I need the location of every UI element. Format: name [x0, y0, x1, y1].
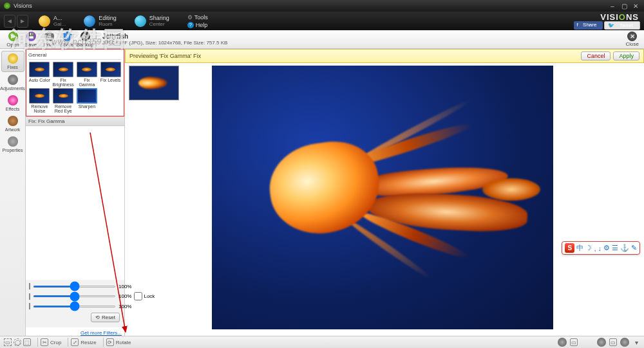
window-close-button[interactable]: ✕ — [631, 2, 640, 10]
svg-line-0 — [90, 133, 126, 332]
file-info: Jellyfish JPEG/JIFF (JPG), Size: 1024x76… — [102, 33, 227, 46]
nav-back-button[interactable]: ◄ — [4, 15, 15, 28]
filters-section-title: General — [28, 51, 122, 60]
slider-panel-title: Fix: Fix Gamma — [26, 116, 124, 126]
filters-highlight-box: General Auto Color Fix Brightness Fix Ga… — [26, 49, 124, 116]
nav-forward-button[interactable]: ► — [17, 15, 28, 28]
ime-glyph-1[interactable]: ☽ — [585, 244, 592, 252]
filter-remove-red-eye[interactable]: Remove Red Eye — [52, 88, 75, 113]
zoom-actual-button[interactable]: ▭ — [570, 338, 578, 346]
sidebar-item-artwork[interactable]: Artwork — [1, 114, 24, 134]
save-button[interactable]: 💾Save — [22, 32, 40, 48]
file-name: Jellyfish — [102, 33, 128, 40]
filter-fix-gamma[interactable]: Fix Gamma — [76, 62, 99, 87]
ime-glyph-2[interactable]: , — [594, 244, 596, 252]
crop-tool[interactable]: ✂Crop — [41, 338, 61, 346]
ime-logo-icon: S — [565, 243, 574, 253]
file-meta: JPEG/JIFF (JPG), Size: 1024x768, File Si… — [102, 40, 227, 46]
sharing-icon — [135, 15, 146, 27]
thumbnail-preview[interactable] — [129, 66, 179, 100]
app-icon — [4, 3, 10, 9]
ime-toolbar[interactable]: S 中 ☽ , ↓ ⚙ ☰ ⚓ ✎ — [562, 241, 640, 255]
effects-icon — [8, 95, 18, 105]
toolbar-divider — [96, 32, 97, 46]
select-free-icon[interactable]: ⬚ — [23, 338, 31, 346]
window-minimize-button[interactable]: – — [608, 2, 617, 10]
ime-glyph-3[interactable]: ↓ — [598, 244, 602, 252]
ime-glyph-0[interactable]: 中 — [576, 243, 583, 253]
menu-tools[interactable]: ⚙Tools — [187, 14, 208, 21]
close-image-button[interactable]: ✕ Close — [626, 32, 639, 47]
main-image-canvas[interactable] — [212, 66, 553, 329]
resize-tool[interactable]: ⤢Resize — [71, 338, 96, 346]
ime-glyph-4[interactable]: ⚙ — [603, 244, 610, 252]
backup-button[interactable]: ⟳Backup — [76, 32, 94, 48]
apply-button[interactable]: Apply — [613, 51, 639, 60]
menu-help[interactable]: ?Help — [187, 21, 208, 29]
window-maximize-button[interactable]: ▢ — [620, 2, 629, 10]
select-rect-icon[interactable]: ▭ — [4, 338, 12, 346]
filter-fix-levels[interactable]: Fix Levels — [99, 62, 122, 87]
sidebar-item-properties[interactable]: Properties — [1, 134, 24, 154]
fixes-icon — [8, 53, 18, 64]
app-logo: VISIONS — [600, 12, 639, 22]
filter-fix-brightness[interactable]: Fix Brightness — [52, 62, 75, 87]
sidebar-item-fixes[interactable]: Fixes — [1, 51, 24, 72]
properties-icon — [8, 136, 18, 147]
nav-tab-sharing[interactable]: SharingCenter — [128, 14, 176, 28]
preview-text: Previewing 'Fix Gamma' Fix — [129, 53, 201, 59]
editing-icon — [84, 15, 95, 27]
gear-icon: ⚙ — [187, 14, 193, 21]
canvas-area: Previewing 'Fix Gamma' Fix Cancel Apply — [125, 49, 644, 336]
red-channel-chip — [29, 283, 30, 289]
save-icon: 💾 — [26, 32, 36, 41]
zoom-fit-button[interactable] — [558, 338, 567, 347]
cancel-button[interactable]: Cancel — [581, 51, 611, 60]
crop-icon: ✂ — [41, 338, 48, 346]
filter-remove-noise[interactable]: Remove Noise — [28, 88, 51, 113]
sidebar-item-adjustments[interactable]: Adjustments — [1, 73, 24, 93]
gallery-icon — [39, 15, 50, 27]
main-toolbar: ▶Open 💾Save 🖨Print ↗Share ⟳Backup Jellyf… — [0, 30, 644, 49]
help-icon: ? — [187, 22, 194, 28]
filter-auto-color[interactable]: Auto Color — [28, 62, 51, 87]
rotate-icon: ⟳ — [106, 338, 114, 346]
zoom-in-button[interactable] — [620, 338, 629, 347]
zoom-100-button[interactable]: ▭ — [609, 338, 617, 346]
ime-glyph-7[interactable]: ✎ — [631, 244, 637, 252]
rotate-tool[interactable]: ⟳Rotate — [106, 338, 131, 346]
filter-sharpen[interactable]: Sharpen — [76, 88, 99, 113]
window-titlebar: Visions – ▢ ✕ — [0, 0, 644, 12]
select-ellipse-icon[interactable]: ◯ — [14, 338, 21, 346]
sidebar-item-effects[interactable]: Effects — [1, 93, 24, 113]
chevron-down-icon[interactable]: ▾ — [632, 338, 640, 346]
green-channel-chip — [29, 293, 30, 300]
open-icon: ▶ — [8, 32, 18, 41]
close-icon: ✕ — [627, 32, 637, 41]
backup-icon: ⟳ — [80, 32, 90, 41]
share-icon: ↗ — [62, 32, 72, 41]
share-button[interactable]: ↗Share — [58, 32, 76, 48]
blue-channel-chip — [29, 303, 30, 309]
resize-icon: ⤢ — [71, 338, 79, 346]
filters-panel: General Auto Color Fix Brightness Fix Ga… — [26, 49, 125, 336]
nav-tab-gallery[interactable]: A...Gal... — [32, 14, 72, 28]
top-navigation: ◄ ► A...Gal... EditingRoom SharingCenter… — [0, 12, 644, 30]
artwork-icon — [8, 116, 18, 126]
adjustments-icon — [8, 75, 18, 85]
ime-glyph-5[interactable]: ☰ — [612, 244, 618, 252]
ime-glyph-6[interactable]: ⚓ — [620, 244, 629, 252]
share-twitter-button[interactable]: 🐦 Tweet — [604, 21, 640, 30]
zoom-out-button[interactable] — [597, 338, 606, 347]
preview-notification-bar: Previewing 'Fix Gamma' Fix Cancel Apply — [125, 49, 644, 63]
nav-tab-editing[interactable]: EditingRoom — [77, 14, 123, 28]
print-button[interactable]: 🖨Print — [40, 32, 58, 48]
left-sidebar: Fixes Adjustments Effects Artwork Proper… — [0, 49, 26, 336]
print-icon: 🖨 — [44, 32, 54, 41]
open-button[interactable]: ▶Open — [4, 32, 22, 48]
share-facebook-button[interactable]: f Share — [574, 21, 603, 30]
app-title: Visions — [14, 3, 32, 9]
